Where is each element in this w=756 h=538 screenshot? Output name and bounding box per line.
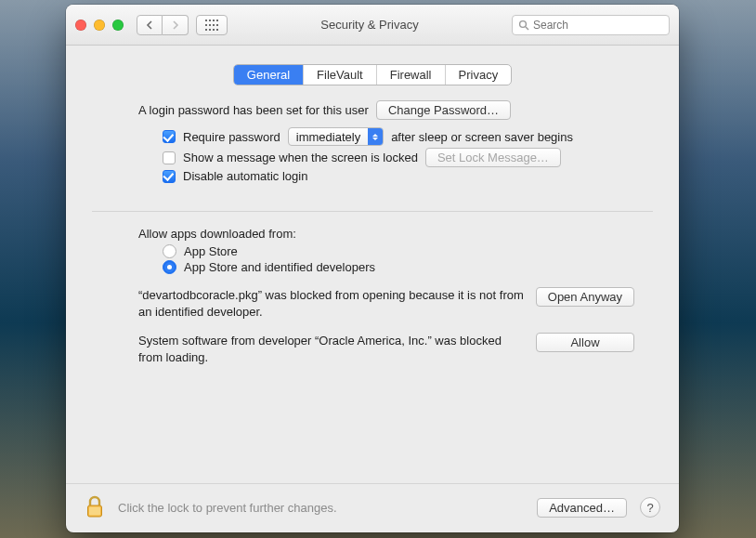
allow-apps-heading: Allow apps downloaded from:	[138, 227, 634, 241]
disable-auto-login-checkbox[interactable]	[163, 170, 176, 183]
show-all-button[interactable]	[196, 15, 228, 35]
help-icon: ?	[646, 501, 653, 515]
svg-rect-6	[213, 24, 215, 26]
svg-rect-15	[89, 507, 100, 516]
disable-auto-login-label: Disable automatic login	[183, 169, 307, 183]
window-title: Security & Privacy	[235, 18, 504, 32]
require-password-checkbox[interactable]	[163, 130, 176, 143]
svg-line-13	[526, 27, 528, 30]
require-password-delay-popup[interactable]: immediately	[288, 127, 384, 146]
set-lock-message-button[interactable]: Set Lock Message…	[425, 148, 561, 167]
preferences-window: Security & Privacy General FileVault Fir…	[66, 5, 679, 532]
window-toolbar: Security & Privacy	[66, 5, 679, 46]
window-controls	[75, 20, 124, 31]
allow-button[interactable]: Allow	[536, 333, 634, 352]
svg-point-12	[520, 20, 527, 27]
svg-rect-10	[213, 29, 215, 31]
chevron-right-icon	[172, 20, 179, 30]
svg-rect-9	[209, 29, 211, 31]
minimize-icon[interactable]	[94, 20, 105, 31]
svg-rect-11	[216, 29, 218, 31]
forward-button[interactable]	[163, 15, 189, 35]
search-field[interactable]	[512, 15, 670, 35]
lock-icon[interactable]	[85, 495, 105, 519]
tab-bar: General FileVault Firewall Privacy	[66, 46, 679, 91]
updown-icon	[368, 128, 383, 145]
content-area: A login password has been set for this u…	[66, 91, 679, 483]
nav-buttons	[137, 15, 189, 35]
open-anyway-button[interactable]: Open Anyway	[536, 287, 634, 307]
svg-rect-8	[205, 29, 207, 31]
svg-rect-4	[205, 24, 207, 26]
blocked-app-message: “devartodbcoracle.pkg” was blocked from …	[138, 287, 525, 320]
login-intro-text: A login password has been set for this u…	[138, 103, 369, 117]
svg-rect-7	[216, 24, 218, 26]
svg-rect-3	[216, 20, 218, 21]
grid-icon	[205, 20, 218, 31]
search-icon	[518, 20, 529, 31]
show-message-checkbox[interactable]	[163, 151, 176, 164]
show-message-label: Show a message when the screen is locked	[183, 151, 418, 164]
require-password-label: Require password	[183, 130, 280, 144]
tab-label: General	[247, 68, 290, 82]
change-password-button[interactable]: Change Password…	[376, 100, 511, 120]
lock-hint-text: Click the lock to prevent further change…	[118, 501, 524, 515]
tab-label: FileVault	[317, 68, 363, 82]
after-sleep-text: after sleep or screen saver begins	[391, 130, 573, 144]
radio-app-store[interactable]	[163, 244, 176, 258]
svg-rect-0	[205, 20, 207, 21]
advanced-button[interactable]: Advanced…	[537, 498, 627, 518]
tab-general[interactable]: General	[234, 65, 304, 85]
search-input[interactable]	[533, 19, 672, 32]
zoom-icon[interactable]	[112, 20, 124, 31]
radio-label: App Store and identified developers	[184, 260, 375, 274]
svg-rect-1	[209, 20, 211, 21]
radio-label: App Store	[184, 244, 238, 258]
svg-rect-5	[209, 24, 211, 26]
download-section: Allow apps downloaded from: App Store Ap…	[92, 212, 653, 374]
tab-filevault[interactable]: FileVault	[304, 65, 377, 85]
chevron-left-icon	[146, 20, 153, 30]
tab-label: Firewall	[390, 68, 432, 82]
popup-value: immediately	[289, 130, 368, 144]
tab-privacy[interactable]: Privacy	[446, 65, 512, 85]
back-button[interactable]	[137, 15, 163, 35]
help-button[interactable]: ?	[640, 497, 660, 518]
radio-app-store-and-identified[interactable]	[163, 260, 176, 274]
svg-rect-2	[213, 20, 215, 21]
footer: Click the lock to prevent further change…	[66, 483, 679, 532]
tab-firewall[interactable]: Firewall	[377, 65, 446, 85]
blocked-kext-message: System software from developer “Oracle A…	[138, 333, 525, 365]
tab-label: Privacy	[459, 68, 499, 82]
login-section: A login password has been set for this u…	[92, 91, 653, 211]
close-icon[interactable]	[75, 20, 86, 31]
